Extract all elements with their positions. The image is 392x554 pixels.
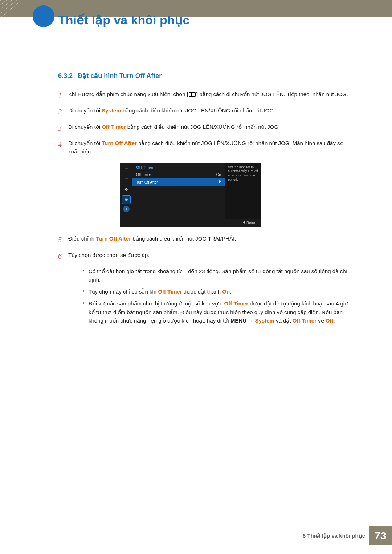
step-text: Khi Hướng dẫn phím chức năng xuất hiện, … [68,90,350,101]
step-number: 5 [58,234,68,246]
svg-line-0 [0,0,22,4]
step-number: 3 [58,123,68,134]
picture-icon: ▭ [122,165,130,173]
page-footer: 6 Thiết lập và khôi phục 73 [303,526,392,545]
step-item: 2 Di chuyển tới System bằng cách điều kh… [58,106,350,118]
bullet-icon: • [78,267,89,284]
osd-screenshot: ▭ ▭ ✥ ⚙ i Off Timer Off Timer On Turn Of… [120,163,350,227]
step-item: 4 Di chuyển tới Turn Off After bằng cách… [58,139,350,156]
osd-title: Off Timer [132,163,225,171]
chapter-title: Thiết lập và khôi phục [58,13,189,27]
osd-panel: ▭ ▭ ✥ ⚙ i Off Timer Off Timer On Turn Of… [120,163,261,227]
note-text: Tùy chọn này chỉ có sẵn khi Off Timer đư… [89,287,231,296]
chapter-badge [33,5,54,27]
osd-row-turn-off-after: Turn Off After [132,178,225,186]
corner-decor [0,0,34,17]
step-item: 5 Điều chỉnh Turn Off After bằng cách đi… [58,234,350,246]
step-list-continued: 5 Điều chỉnh Turn Off After bằng cách đi… [58,234,350,262]
osd-row-off-timer: Off Timer On [132,171,225,178]
info-icon: i [123,206,130,212]
osd-return-label: Return [246,221,257,225]
osd-row-label: Turn Off After [136,180,158,184]
bullet-icon: • [78,299,89,325]
svg-line-1 [0,0,26,8]
step-text: Di chuyển tới Off Timer bằng cách điều k… [68,123,350,134]
step-number: 6 [58,251,68,262]
osd-footer: Return [120,219,261,227]
step-item: 1 Khi Hướng dẫn phím chức năng xuất hiện… [58,90,350,101]
step-text: Tùy chọn được chọn sẽ được áp. [68,251,350,262]
osd-row-value: On [216,173,221,177]
step-number: 1 [58,90,68,101]
settings-icon: ⚙ [122,196,130,204]
section-heading: 6.3.2 Đặt cấu hình Turn Off After [58,72,350,80]
color-icon: ▭ [122,175,130,183]
note-text: Có thể đặt hẹn giờ tắt trong khoảng từ 1… [89,267,350,284]
note-item: • Tùy chọn này chỉ có sẵn khi Off Timer … [78,287,350,296]
svg-line-4 [0,0,34,17]
step-item: 3 Di chuyển tới Off Timer bằng cách điều… [58,123,350,134]
section-title: Đặt cấu hình Turn Off After [78,72,162,79]
note-list: • Có thể đặt hẹn giờ tắt trong khoảng từ… [78,267,350,325]
note-item: • Đối với các sản phẩm cho thị trường ở … [78,299,350,325]
chevron-left-icon [243,221,245,224]
step-number: 4 [58,139,68,156]
chevron-right-icon [219,180,221,183]
bullet-icon: • [78,287,89,296]
page-number: 73 [369,526,392,545]
note-text: Đối với các sản phẩm cho thị trường ở mộ… [89,299,350,325]
step-number: 2 [58,106,68,118]
section-number: 6.3.2 [58,72,73,79]
step-text: Di chuyển tới System bằng cách điều khiể… [68,106,350,118]
osd-sidebar: ▭ ▭ ✥ ⚙ i [120,163,132,219]
osd-help-text: Set the monitor to automatically turn of… [225,163,261,219]
page-content: 6.3.2 Đặt cấu hình Turn Off After 1 Khi … [0,17,392,325]
step-item: 6 Tùy chọn được chọn sẽ được áp. [58,251,350,262]
note-item: • Có thể đặt hẹn giờ tắt trong khoảng từ… [78,267,350,284]
move-icon: ✥ [122,185,130,193]
osd-menu: Off Timer Off Timer On Turn Off After [132,163,225,219]
menu-icon [189,92,196,97]
svg-line-3 [0,0,34,17]
footer-chapter-label: 6 Thiết lập và khôi phục [303,533,365,539]
osd-row-label: Off Timer [136,173,151,177]
step-text: Điều chỉnh Turn Off After bằng cách điều… [68,234,350,246]
step-text: Di chuyển tới Turn Off After bằng cách đ… [68,139,350,156]
step-list: 1 Khi Hướng dẫn phím chức năng xuất hiện… [58,90,350,156]
